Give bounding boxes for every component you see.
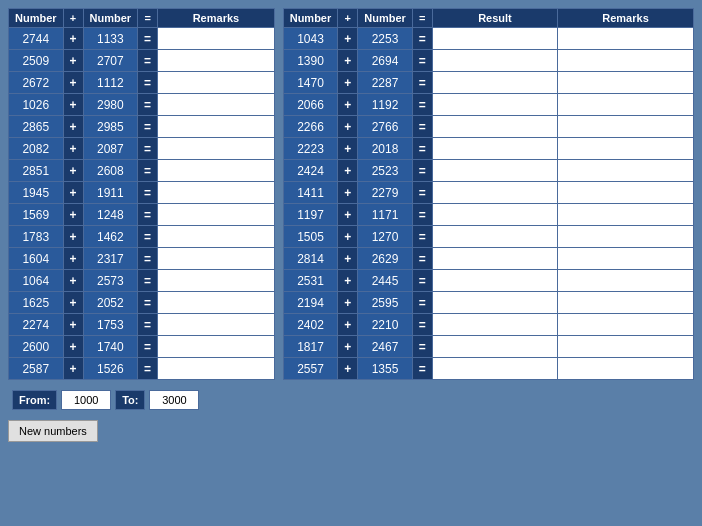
t2-result-9[interactable]	[432, 226, 557, 248]
t2-result-4[interactable]	[432, 116, 557, 138]
t1-remarks-10[interactable]	[158, 248, 275, 270]
new-numbers-button[interactable]: New numbers	[8, 420, 98, 442]
table-row: 2066 + 1192 =	[283, 94, 693, 116]
t2-n2-6: 2523	[358, 160, 413, 182]
t2-plus-9: +	[338, 226, 358, 248]
t2-result-12[interactable]	[432, 292, 557, 314]
t1-eq-8: =	[138, 204, 158, 226]
t2-remarks-3[interactable]	[558, 94, 694, 116]
t2-remarks-9[interactable]	[558, 226, 694, 248]
t2-remarks-4[interactable]	[558, 116, 694, 138]
t2-result-8[interactable]	[432, 204, 557, 226]
t1-remarks-13[interactable]	[158, 314, 275, 336]
t2-remarks-8[interactable]	[558, 204, 694, 226]
t2-remarks-15[interactable]	[558, 358, 694, 380]
t1-plus-15: +	[63, 358, 83, 380]
t2-result-11[interactable]	[432, 270, 557, 292]
t2-n1-0: 1043	[283, 28, 338, 50]
t1-remarks-1[interactable]	[158, 50, 275, 72]
t1-eq-11: =	[138, 270, 158, 292]
t2-result-0[interactable]	[432, 28, 557, 50]
t1-n2-2: 1112	[83, 72, 138, 94]
t1-remarks-15[interactable]	[158, 358, 275, 380]
t2-eq-4: =	[412, 116, 432, 138]
t2-n2-1: 2694	[358, 50, 413, 72]
t1-n1-0: 2744	[9, 28, 64, 50]
t2-result-14[interactable]	[432, 336, 557, 358]
table-row: 2266 + 2766 =	[283, 116, 693, 138]
t2-result-15[interactable]	[432, 358, 557, 380]
t2-result-13[interactable]	[432, 314, 557, 336]
t2-remarks-13[interactable]	[558, 314, 694, 336]
t2-result-6[interactable]	[432, 160, 557, 182]
t1-remarks-0[interactable]	[158, 28, 275, 50]
t1-remarks-8[interactable]	[158, 204, 275, 226]
t1-n2-3: 2980	[83, 94, 138, 116]
table-row: 2194 + 2595 =	[283, 292, 693, 314]
t1-header-number1: Number	[9, 9, 64, 28]
t2-n2-4: 2766	[358, 116, 413, 138]
t1-n2-15: 1526	[83, 358, 138, 380]
t1-remarks-12[interactable]	[158, 292, 275, 314]
t2-n1-7: 1411	[283, 182, 338, 204]
table-row: 2509 + 2707 =	[9, 50, 275, 72]
t2-result-1[interactable]	[432, 50, 557, 72]
t1-eq-3: =	[138, 94, 158, 116]
t2-plus-5: +	[338, 138, 358, 160]
t2-remarks-0[interactable]	[558, 28, 694, 50]
t1-eq-5: =	[138, 138, 158, 160]
t1-plus-4: +	[63, 116, 83, 138]
t1-remarks-14[interactable]	[158, 336, 275, 358]
t1-remarks-2[interactable]	[158, 72, 275, 94]
table-row: 2744 + 1133 =	[9, 28, 275, 50]
t1-plus-14: +	[63, 336, 83, 358]
t2-n2-3: 1192	[358, 94, 413, 116]
t1-remarks-4[interactable]	[158, 116, 275, 138]
t2-result-3[interactable]	[432, 94, 557, 116]
t2-eq-10: =	[412, 248, 432, 270]
t1-n1-3: 1026	[9, 94, 64, 116]
t1-n1-1: 2509	[9, 50, 64, 72]
t1-n2-11: 2573	[83, 270, 138, 292]
t2-remarks-2[interactable]	[558, 72, 694, 94]
table-row: 1470 + 2287 =	[283, 72, 693, 94]
t2-result-10[interactable]	[432, 248, 557, 270]
t1-n1-8: 1569	[9, 204, 64, 226]
new-numbers-container: New numbers	[8, 420, 694, 442]
t2-remarks-1[interactable]	[558, 50, 694, 72]
table-row: 1197 + 1171 =	[283, 204, 693, 226]
t2-result-7[interactable]	[432, 182, 557, 204]
from-input[interactable]	[61, 390, 111, 410]
t1-header-remarks: Remarks	[158, 9, 275, 28]
t1-remarks-3[interactable]	[158, 94, 275, 116]
t2-remarks-10[interactable]	[558, 248, 694, 270]
t2-remarks-7[interactable]	[558, 182, 694, 204]
t1-eq-9: =	[138, 226, 158, 248]
to-input[interactable]	[149, 390, 199, 410]
t1-plus-0: +	[63, 28, 83, 50]
t1-eq-13: =	[138, 314, 158, 336]
table-row: 1817 + 2467 =	[283, 336, 693, 358]
t1-remarks-6[interactable]	[158, 160, 275, 182]
t2-result-2[interactable]	[432, 72, 557, 94]
t2-n2-14: 2467	[358, 336, 413, 358]
t1-n2-9: 1462	[83, 226, 138, 248]
t2-result-5[interactable]	[432, 138, 557, 160]
t2-eq-2: =	[412, 72, 432, 94]
t2-remarks-5[interactable]	[558, 138, 694, 160]
t2-remarks-6[interactable]	[558, 160, 694, 182]
t1-n2-4: 2985	[83, 116, 138, 138]
t2-remarks-12[interactable]	[558, 292, 694, 314]
t1-remarks-7[interactable]	[158, 182, 275, 204]
table-row: 1783 + 1462 =	[9, 226, 275, 248]
t2-plus-1: +	[338, 50, 358, 72]
t1-remarks-5[interactable]	[158, 138, 275, 160]
t2-n2-11: 2445	[358, 270, 413, 292]
t2-n1-15: 2557	[283, 358, 338, 380]
t1-remarks-9[interactable]	[158, 226, 275, 248]
t2-remarks-14[interactable]	[558, 336, 694, 358]
t2-eq-13: =	[412, 314, 432, 336]
t1-remarks-11[interactable]	[158, 270, 275, 292]
t2-remarks-11[interactable]	[558, 270, 694, 292]
t2-plus-11: +	[338, 270, 358, 292]
